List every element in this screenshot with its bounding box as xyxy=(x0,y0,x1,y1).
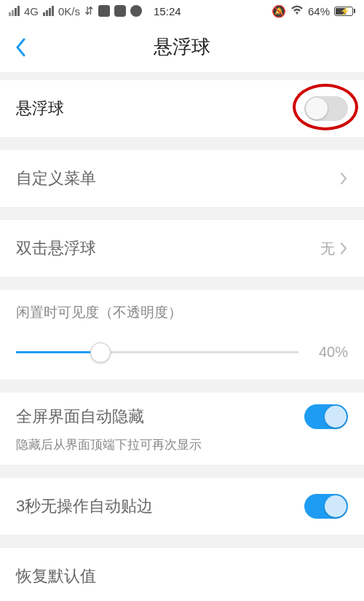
opacity-label: 闲置时可见度（不透明度） xyxy=(16,303,348,322)
battery-icon: ⚡ xyxy=(334,7,355,16)
reset-label: 恢复默认值 xyxy=(16,565,96,587)
network-type: 4G xyxy=(24,5,39,17)
signal-icon-1 xyxy=(9,6,20,16)
row-floating-ball: 悬浮球 xyxy=(0,80,364,137)
auto-hide-toggle[interactable] xyxy=(304,404,348,429)
auto-hide-label: 全屏界面自动隐藏 xyxy=(16,406,144,428)
floating-ball-toggle[interactable] xyxy=(304,96,348,121)
auto-dock-toggle[interactable] xyxy=(304,494,348,519)
chevron-right-icon xyxy=(339,171,348,186)
slider-thumb[interactable] xyxy=(90,342,111,363)
row-auto-dock: 3秒无操作自动贴边 xyxy=(0,478,364,535)
battery-percentage: 64% xyxy=(308,5,330,17)
custom-menu-label: 自定义菜单 xyxy=(16,168,96,189)
usb-icon: ⇵ xyxy=(84,4,94,17)
status-app-icon-1 xyxy=(98,5,110,17)
status-app-icon-3 xyxy=(130,5,142,17)
signal-icon-2 xyxy=(43,6,54,16)
double-tap-label: 双击悬浮球 xyxy=(16,237,96,259)
floating-ball-label: 悬浮球 xyxy=(16,98,64,119)
opacity-slider[interactable] xyxy=(16,351,298,353)
dnd-icon: 🔕 xyxy=(272,4,286,18)
status-time: 15:24 xyxy=(154,5,181,17)
row-double-tap[interactable]: 双击悬浮球 无 xyxy=(0,220,364,277)
status-app-icon-2 xyxy=(114,5,126,17)
back-button[interactable] xyxy=(10,36,32,58)
wifi-icon xyxy=(290,5,304,17)
row-auto-hide: 全屏界面自动隐藏 隐藏后从界面顶端下拉可再次显示 xyxy=(0,393,364,465)
status-bar: 4G 0K/s ⇵ 15:24 🔕 64% ⚡ xyxy=(0,0,364,22)
auto-dock-label: 3秒无操作自动贴边 xyxy=(16,495,153,517)
data-speed: 0K/s xyxy=(58,5,80,17)
page-title: 悬浮球 xyxy=(0,34,364,60)
auto-hide-sub: 隐藏后从界面顶端下拉可再次显示 xyxy=(16,436,348,453)
double-tap-value: 无 xyxy=(320,239,335,259)
opacity-value: 40% xyxy=(312,344,348,361)
chevron-right-icon xyxy=(339,241,348,256)
row-custom-menu[interactable]: 自定义菜单 xyxy=(0,150,364,207)
row-reset[interactable]: 恢复默认值 xyxy=(0,548,364,601)
row-opacity: 闲置时可见度（不透明度） 40% xyxy=(0,290,364,380)
nav-header: 悬浮球 xyxy=(0,22,364,73)
